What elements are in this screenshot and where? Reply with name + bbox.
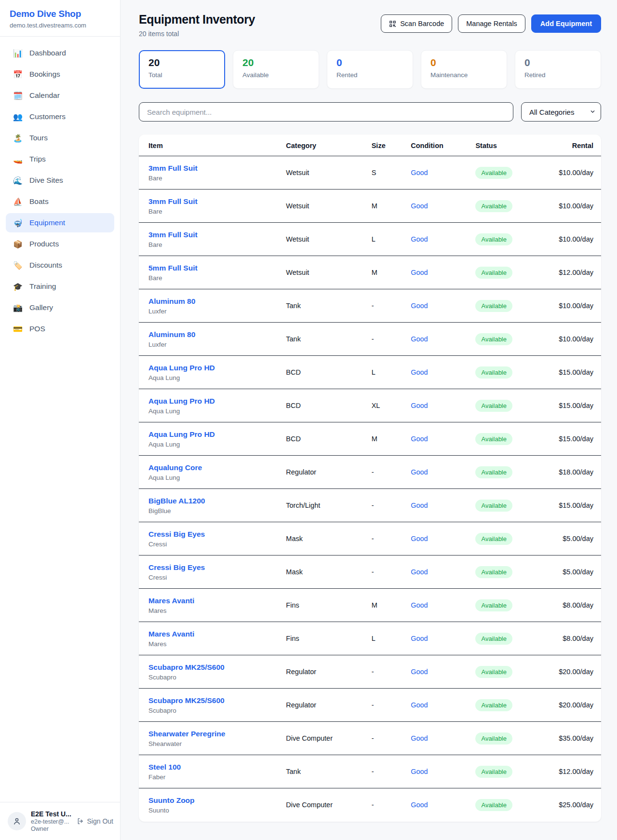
stat-card-maintenance[interactable]: 0 Maintenance [421,50,507,89]
table-row[interactable]: Aqua Lung Pro HD Aqua Lung BCD L Good Av… [139,356,601,389]
item-condition-link[interactable]: Good [411,668,428,676]
item-condition-link[interactable]: Good [411,635,428,642]
table-row[interactable]: Aqualung Core Aqua Lung Regulator - Good… [139,456,601,489]
sidebar-item-label: Gallery [29,303,53,312]
stat-cards: 20 Total 20 Available 0 Rented 0 Mainten… [139,50,601,89]
stat-card-rented[interactable]: 0 Rented [327,50,413,89]
table-row[interactable]: BigBlue AL1200 BigBlue Torch/Light - Goo… [139,489,601,522]
item-name-link[interactable]: Cressi Big Eyes [148,530,205,538]
item-rental-price: $15.00/day [552,356,601,389]
item-condition-link[interactable]: Good [411,768,428,775]
table-row[interactable]: Cressi Big Eyes Cressi Mask - Good Avail… [139,522,601,555]
credit-card-icon: 💳 [13,325,23,334]
sidebar-item-dashboard[interactable]: 📊 Dashboard [6,43,114,63]
item-name-link[interactable]: Aqualung Core [148,463,202,472]
item-size: - [368,456,407,489]
item-brand: Mares [148,607,278,614]
sidebar-item-equipment[interactable]: 🤿 Equipment [6,213,114,232]
sidebar-item-calendar[interactable]: 🗓️ Calendar [6,86,114,105]
item-name-link[interactable]: Aqua Lung Pro HD [148,397,215,405]
sidebar-item-label: Tours [29,134,48,142]
item-brand: Faber [148,773,278,781]
item-name-link[interactable]: Mares Avanti [148,630,194,638]
stat-value: 0 [430,57,497,68]
item-name-link[interactable]: 3mm Full Suit [148,197,198,205]
item-condition-link[interactable]: Good [411,568,428,576]
item-name-link[interactable]: Suunto Zoop [148,796,195,804]
item-condition-link[interactable]: Good [411,169,428,176]
sidebar-item-bookings[interactable]: 📅 Bookings [6,65,114,84]
table-row[interactable]: Mares Avanti Mares Fins M Good Available… [139,589,601,622]
item-name-link[interactable]: Scubapro MK25/S600 [148,663,225,671]
search-input[interactable] [139,102,513,122]
table-row[interactable]: Aluminum 80 Luxfer Tank - Good Available… [139,289,601,323]
sidebar-item-pos[interactable]: 💳 POS [6,319,114,339]
item-name-link[interactable]: Aluminum 80 [148,330,195,339]
table-row[interactable]: Aqua Lung Pro HD Aqua Lung BCD M Good Av… [139,422,601,456]
table-row[interactable]: Aluminum 80 Luxfer Tank - Good Available… [139,323,601,356]
table-row[interactable]: Cressi Big Eyes Cressi Mask - Good Avail… [139,555,601,589]
sidebar-item-discounts[interactable]: 🏷️ Discounts [6,256,114,275]
sidebar-item-trips[interactable]: 🚤 Trips [6,149,114,169]
item-condition-link[interactable]: Good [411,302,428,310]
item-rental-price: $10.00/day [552,323,601,356]
item-condition-link[interactable]: Good [411,335,428,343]
item-condition-link[interactable]: Good [411,701,428,709]
table-row[interactable]: Mares Avanti Mares Fins L Good Available… [139,622,601,655]
item-condition-link[interactable]: Good [411,269,428,276]
item-name-link[interactable]: Mares Avanti [148,596,194,605]
table-row[interactable]: Shearwater Peregrine Shearwater Dive Com… [139,722,601,755]
sidebar-item-tours[interactable]: 🏝️ Tours [6,128,114,148]
sidebar-item-products[interactable]: 📦 Products [6,234,114,254]
item-condition-link[interactable]: Good [411,202,428,210]
sidebar-item-customers[interactable]: 👥 Customers [6,107,114,126]
table-row[interactable]: 3mm Full Suit Bare Wetsuit L Good Availa… [139,223,601,256]
item-name-link[interactable]: Cressi Big Eyes [148,563,205,571]
table-row[interactable]: Suunto Zoop Suunto Dive Computer - Good … [139,788,601,822]
category-select[interactable]: All Categories [521,102,601,122]
item-condition-link[interactable]: Good [411,734,428,742]
item-condition-link[interactable]: Good [411,235,428,243]
add-equipment-label: Add Equipment [540,20,592,27]
item-name-link[interactable]: Steel 100 [148,763,181,771]
item-name-link[interactable]: BigBlue AL1200 [148,497,205,505]
sign-out-button[interactable]: Sign Out [77,817,113,825]
add-equipment-button[interactable]: Add Equipment [531,14,601,33]
status-badge: Available [475,732,512,745]
item-condition-link[interactable]: Good [411,501,428,509]
item-condition-link[interactable]: Good [411,468,428,476]
item-name-link[interactable]: Aqua Lung Pro HD [148,430,215,438]
item-size: - [368,323,407,356]
scan-barcode-button[interactable]: Scan Barcode [381,14,452,33]
item-condition-link[interactable]: Good [411,368,428,376]
item-name-link[interactable]: Shearwater Peregrine [148,730,225,738]
stat-card-available[interactable]: 20 Available [233,50,319,89]
item-name-link[interactable]: 3mm Full Suit [148,164,198,172]
item-condition-link[interactable]: Good [411,402,428,409]
stat-card-retired[interactable]: 0 Retired [515,50,601,89]
table-row[interactable]: Aqua Lung Pro HD Aqua Lung BCD XL Good A… [139,389,601,422]
item-name-link[interactable]: Aqua Lung Pro HD [148,364,215,372]
item-name-link[interactable]: Aluminum 80 [148,297,195,305]
manage-rentals-button[interactable]: Manage Rentals [458,14,525,33]
table-row[interactable]: 3mm Full Suit Bare Wetsuit S Good Availa… [139,156,601,190]
sidebar-item-boats[interactable]: ⛵ Boats [6,192,114,211]
table-row[interactable]: Scubapro MK25/S600 Scubapro Regulator - … [139,655,601,689]
item-condition-link[interactable]: Good [411,801,428,809]
item-condition-link[interactable]: Good [411,535,428,542]
table-row[interactable]: Scubapro MK25/S600 Scubapro Regulator - … [139,689,601,722]
item-name-link[interactable]: Scubapro MK25/S600 [148,696,225,705]
sidebar-item-dive-sites[interactable]: 🌊 Dive Sites [6,171,114,190]
stat-card-total[interactable]: 20 Total [139,50,225,89]
item-condition-link[interactable]: Good [411,435,428,443]
item-condition-link[interactable]: Good [411,601,428,609]
item-name-link[interactable]: 3mm Full Suit [148,230,198,239]
user-meta: E2E Test U... e2e-tester@... Owner [31,810,72,832]
item-name-link[interactable]: 5mm Full Suit [148,264,198,272]
table-row[interactable]: 3mm Full Suit Bare Wetsuit M Good Availa… [139,190,601,223]
table-row[interactable]: 5mm Full Suit Bare Wetsuit M Good Availa… [139,256,601,289]
table-row[interactable]: Steel 100 Faber Tank - Good Available $1… [139,755,601,788]
item-rental-price: $8.00/day [552,589,601,622]
sidebar-item-gallery[interactable]: 📸 Gallery [6,298,114,317]
sidebar-item-training[interactable]: 🎓 Training [6,277,114,296]
